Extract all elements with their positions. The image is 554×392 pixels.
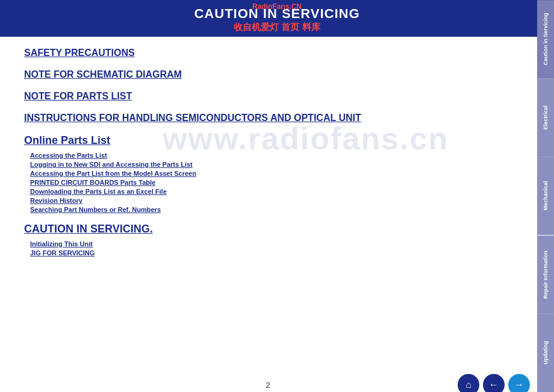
online-parts-title[interactable]: Online Parts List xyxy=(24,134,110,147)
sidebar-tab-caution[interactable]: Caution in Servicing xyxy=(537,0,554,78)
sidebar-tabs: Caution in Servicing Electrical Mechanic… xyxy=(537,0,554,392)
caution-servicing-section: CAUTION IN SERVICING. Initializing This … xyxy=(24,223,512,257)
next-button[interactable]: → xyxy=(508,374,530,392)
header-watermark: RadioFans.CN xyxy=(252,2,302,11)
sub-link-download-excel[interactable]: Downloading the Parts List as an Excel F… xyxy=(30,188,512,195)
sidebar-tab-mechanical[interactable]: Mechanical xyxy=(537,157,554,235)
sub-link-initializing[interactable]: Initializing This Unit xyxy=(30,240,512,247)
sub-link-logging[interactable]: Logging in to New SDI and Accessing the … xyxy=(30,161,512,168)
safety-link[interactable]: SAFETY PRECAUTIONS xyxy=(24,48,512,58)
header-subtitle: 收自机爱灯 首页 料库 xyxy=(0,22,554,33)
caution-sub-links: Initializing This Unit JIG FOR SERVICING xyxy=(30,240,512,257)
sub-link-pcb-table[interactable]: PRINTED CIRCUIT BOARDS Parts Table xyxy=(30,179,512,186)
home-button[interactable]: ⌂ xyxy=(458,374,479,392)
online-parts-sub-links: Accessing the Parts List Logging in to N… xyxy=(30,152,512,213)
parts-list-link[interactable]: NOTE FOR PARTS LIST xyxy=(24,91,512,102)
back-button[interactable]: ← xyxy=(483,374,505,392)
sub-link-revision[interactable]: Revision History xyxy=(30,197,512,204)
semiconductors-link[interactable]: INSTRUCTIONS FOR HANDLING SEMICONDUCTORS… xyxy=(24,113,512,123)
sidebar-tab-updating[interactable]: Updating xyxy=(537,314,554,392)
online-parts-section: Online Parts List Accessing the Parts Li… xyxy=(24,134,512,213)
sub-link-search[interactable]: Searching Part Numbers or Ref. Numbers xyxy=(30,206,512,213)
schematic-link[interactable]: NOTE FOR SCHEMATIC DIAGRAM xyxy=(24,69,512,80)
sub-link-accessing[interactable]: Accessing the Parts List xyxy=(30,152,512,159)
main-content: SAFETY PRECAUTIONS NOTE FOR SCHEMATIC DI… xyxy=(0,37,536,272)
page-number: 2 xyxy=(266,381,270,390)
sidebar-tab-repair[interactable]: Repair Information xyxy=(537,235,554,314)
caution-servicing-title[interactable]: CAUTION IN SERVICING. xyxy=(24,223,153,235)
sidebar-tab-electrical[interactable]: Electrical xyxy=(537,78,554,157)
footer-buttons: ⌂ ← → xyxy=(458,374,530,392)
header: RadioFans.CN CAUTION IN SERVICING 收自机爱灯 … xyxy=(0,0,554,37)
sub-link-model-asset[interactable]: Accessing the Part List from the Model A… xyxy=(30,170,512,177)
sub-link-jig[interactable]: JIG FOR SERVICING xyxy=(30,249,512,257)
